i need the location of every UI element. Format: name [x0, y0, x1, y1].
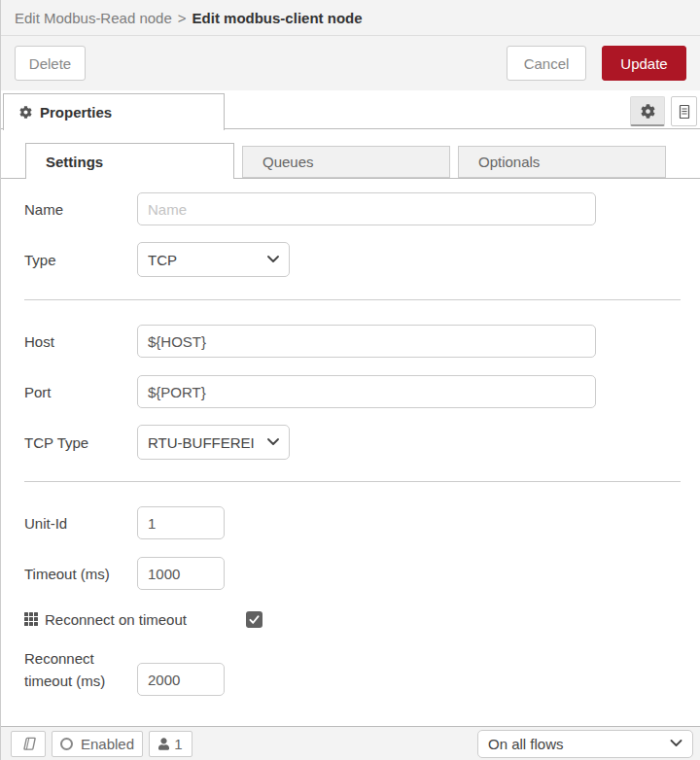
edit-node-tray: Edit Modbus-Read node > Edit modbus-clie…	[0, 0, 700, 760]
port-input[interactable]	[137, 375, 596, 408]
tab-settings[interactable]: Settings	[25, 143, 234, 179]
scope-select[interactable]: On all flows	[477, 730, 693, 758]
circle-icon	[60, 738, 73, 750]
port-row: Port	[1, 375, 700, 408]
tcp-type-select-value: RTU-BUFFEREI	[148, 434, 267, 451]
reconnect-on-timeout-checkbox[interactable]	[246, 611, 262, 628]
tcp-type-select[interactable]: RTU-BUFFEREI	[137, 425, 290, 460]
reconnect-on-timeout-labelgroup: Reconnect on timeout	[24, 611, 246, 628]
reconnect-on-timeout-label: Reconnect on timeout	[45, 611, 187, 628]
breadcrumb-parent[interactable]: Edit Modbus-Read node	[15, 10, 172, 26]
timeout-input[interactable]	[137, 557, 225, 590]
node-help-button[interactable]	[671, 96, 697, 126]
grid-icon	[24, 612, 38, 626]
document-icon	[677, 104, 692, 120]
reconnect-timeout-label: Reconnect timeout (ms)	[24, 647, 137, 692]
tab-queues-label: Queues	[262, 154, 314, 170]
enabled-label: Enabled	[81, 736, 134, 752]
enabled-toggle-button[interactable]: Enabled	[52, 731, 143, 757]
check-icon	[248, 613, 261, 626]
chevron-down-icon	[267, 438, 279, 446]
tab-queues[interactable]: Queues	[242, 146, 450, 178]
tray-toolbar: Delete Cancel Update	[1, 36, 700, 90]
reconnect-timeout-row: Reconnect timeout (ms)	[1, 647, 700, 696]
instance-count: 1	[174, 736, 182, 752]
unit-id-label: Unit-Id	[24, 515, 137, 532]
chevron-down-icon	[267, 256, 279, 263]
tray-header: Edit Modbus-Read node > Edit modbus-clie…	[1, 0, 700, 36]
host-input[interactable]	[137, 325, 596, 358]
book-icon	[20, 737, 37, 751]
gear-icon	[641, 104, 655, 119]
host-row: Host	[1, 325, 700, 358]
section-divider	[24, 481, 681, 482]
host-label: Host	[24, 333, 137, 350]
tcp-type-row: TCP Type RTU-BUFFEREI	[1, 425, 700, 460]
gear-icon	[19, 106, 32, 119]
tab-settings-label: Settings	[46, 154, 103, 170]
node-settings-button[interactable]	[630, 96, 665, 126]
tcp-type-label: TCP Type	[24, 434, 137, 451]
name-row: Name	[1, 192, 700, 225]
cancel-button[interactable]: Cancel	[507, 46, 586, 81]
scope-select-value: On all flows	[488, 736, 670, 752]
settings-tab-bar: Settings Queues Optionals	[1, 129, 700, 179]
reconnect-on-timeout-row: Reconnect on timeout	[1, 609, 700, 629]
timeout-row: Timeout (ms)	[1, 557, 700, 590]
tab-properties-label: Properties	[40, 104, 112, 121]
tray-footer: Enabled 1 On all flows	[1, 726, 700, 760]
update-button[interactable]: Update	[602, 46, 686, 81]
chevron-down-icon	[670, 740, 682, 747]
section-divider	[24, 299, 681, 300]
tab-properties[interactable]: Properties	[3, 93, 225, 130]
unit-id-row: Unit-Id	[1, 506, 700, 539]
instance-count-button[interactable]: 1	[149, 731, 192, 757]
name-label: Name	[24, 201, 137, 218]
tab-optionals[interactable]: Optionals	[458, 146, 666, 178]
user-icon	[158, 738, 169, 750]
settings-form: Name Type TCP Host Port TCP Type RTU-BU	[1, 192, 700, 696]
breadcrumb-current: Edit modbus-client node	[192, 10, 363, 26]
reconnect-timeout-input[interactable]	[137, 663, 225, 696]
breadcrumb-separator: >	[178, 10, 187, 26]
tab-optionals-label: Optionals	[478, 154, 540, 170]
unit-id-input[interactable]	[137, 506, 225, 539]
name-input[interactable]	[137, 192, 596, 225]
port-label: Port	[24, 384, 137, 400]
delete-button[interactable]: Delete	[15, 46, 86, 81]
type-label: Type	[24, 252, 137, 268]
properties-tab-bar: Properties	[1, 90, 700, 129]
type-row: Type TCP	[1, 242, 700, 277]
docs-button[interactable]	[11, 731, 46, 757]
timeout-label: Timeout (ms)	[24, 566, 137, 582]
type-select-value: TCP	[148, 252, 267, 268]
type-select[interactable]: TCP	[137, 242, 290, 277]
